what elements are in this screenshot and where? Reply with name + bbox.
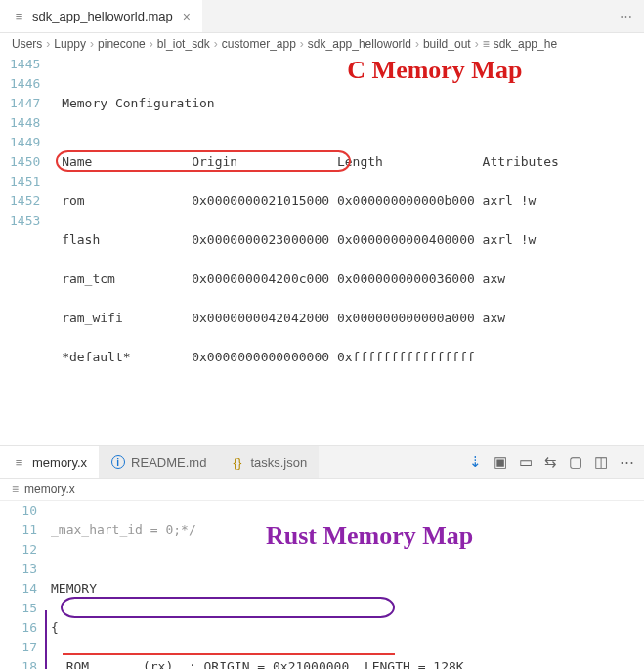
highlight-itcm-row [61,597,395,618]
crumb[interactable]: bl_iot_sdk [157,37,210,51]
crumb[interactable]: customer_app [222,37,296,51]
breadcrumb[interactable]: Users› Luppy› pinecone› bl_iot_sdk› cust… [0,33,644,55]
code-line: Memory Configuration [54,94,644,113]
tab-label: tasks.json [250,455,307,470]
code-line: rom 0x0000000021015000 0x000000000000b00… [54,191,644,211]
file-icon: ≡ [12,455,26,470]
split-icon[interactable]: ◫ [594,453,608,471]
braces-icon: {} [230,455,244,470]
rect-icon[interactable]: ▭ [519,453,533,471]
crumb[interactable]: pinecone [98,37,146,51]
code-line: MEMORY [51,579,644,599]
tab-label: sdk_app_helloworld.map [32,9,173,23]
tab-map-file[interactable]: ≡ sdk_app_helloworld.map × [0,0,202,32]
file-icon: ≡ [12,9,26,23]
more-icon[interactable]: ⋯ [620,453,634,471]
compare-icon[interactable]: ⇆ [544,453,557,471]
info-icon: i [110,455,125,469]
subtab-label: memory.x [24,482,75,496]
crumb[interactable]: build_out [423,37,471,51]
tab-readme[interactable]: i README.md [99,446,218,478]
code-line: *default* 0x0000000000000000 0xfffffffff… [54,348,644,367]
editor-toolbar: ⇣ ▣ ▭ ⇆ ▢ ◫ ⋯ [469,453,644,471]
code-line: flash 0x0000000023000000 0x0000000000400… [54,230,644,250]
bottom-tab-bar: ≡ memory.x i README.md {} tasks.json ⇣ ▣… [0,445,644,479]
code-line: _max_hart_id = 0;*/ [51,521,644,540]
crumb[interactable]: sdk_app_helloworld [308,37,411,51]
code-line: ram_tcm 0x000000004200c000 0x00000000000… [54,270,644,289]
code-line: { [51,618,644,638]
crumb[interactable]: Luppy [54,37,86,51]
gutter: 10 11 12 13 14 15 16 17 18 19 20 21 22 2… [0,501,51,669]
close-icon[interactable]: × [183,9,191,24]
crumb[interactable]: Users [12,37,42,51]
overlay-c-title: C Memory Map [347,61,522,80]
arrow-down-icon[interactable]: ⇣ [469,453,482,471]
highlight-xip-flash-underline [63,653,395,655]
crumb[interactable]: sdk_app_he [494,37,557,51]
tab-label: memory.x [32,455,87,470]
square-dot-icon[interactable]: ▣ [494,453,507,471]
more-icon[interactable]: ⋯ [620,9,632,23]
tab-memory-x[interactable]: ≡ memory.x [0,446,99,478]
code-area[interactable]: Memory Configuration Name Origin Length … [54,55,644,445]
gutter: 1445 1446 1447 1448 1449 1450 1451 1452 … [0,55,54,445]
tab-tasks-json[interactable]: {} tasks.json [218,446,319,478]
code-line: ram_wifi 0x0000000042042000 0x0000000000… [54,309,644,328]
code-line: Name Origin Length Attributes [54,152,644,172]
tab-actions: ⋯ [620,9,644,23]
preview-icon[interactable]: ▢ [569,453,582,471]
code-area[interactable]: _max_hart_id = 0;*/ MEMORY { ROM (rx) : … [51,501,644,669]
file-icon: ≡ [12,482,19,496]
editor-pane-1: 1445 1446 1447 1448 1449 1450 1451 1452 … [0,55,644,445]
sub-breadcrumb[interactable]: ≡ memory.x [0,479,644,501]
editor-pane-2: 10 11 12 13 14 15 16 17 18 19 20 21 22 2… [0,501,644,669]
tab-label: README.md [131,455,206,470]
code-line: ROM (rx) : ORIGIN = 0x21000000, LENGTH =… [51,657,644,669]
top-tab-bar: ≡ sdk_app_helloworld.map × ⋯ [0,0,644,33]
